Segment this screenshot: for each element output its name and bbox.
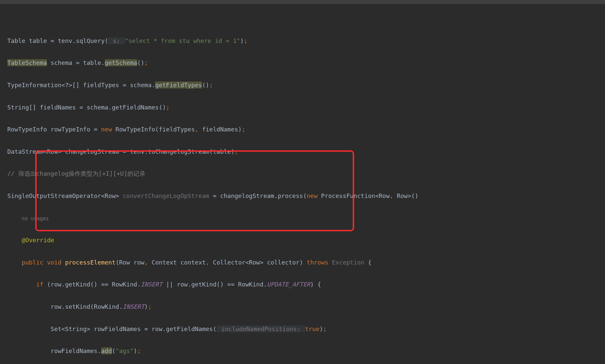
code-line: RowTypeInfo rowTypeInfo = new RowTypeInf… — [7, 124, 605, 135]
code-line: no usages — [7, 213, 605, 224]
code-line: @Override — [7, 235, 605, 246]
inlay-hint: s: — [108, 37, 124, 44]
code-editor[interactable]: Table table = tenv.sqlQuery( s: "select … — [0, 0, 605, 364]
code-line: DataStream<Row> changelogStream = tenv.t… — [7, 146, 605, 157]
code-line: TableSchema schema = table.getSchema(); — [7, 57, 605, 68]
code-line — [7, 13, 605, 24]
code-line: public void processElement(Row row, Cont… — [7, 257, 605, 268]
code-line: SingleOutputStreamOperator<Row> convertC… — [7, 190, 605, 201]
code-line: // 筛选出changelog操作类型为[+I][+U]的记录 — [7, 168, 605, 179]
code-line: String[] fieldNames = schema.getFieldNam… — [7, 102, 605, 113]
code-line: row.setKind(RowKind.INSERT); — [7, 301, 605, 312]
code-line: Set<String> rowFieldNames = row.getField… — [7, 323, 605, 334]
code-line: Table table = tenv.sqlQuery( s: "select … — [7, 35, 605, 46]
inlay-hint: includeNamedPositions: — [217, 325, 305, 332]
code-line: TypeInformation<?>[] fieldTypes = schema… — [7, 80, 605, 91]
inlay-no-usages: no usages — [22, 216, 49, 222]
code-line: rowFieldNames.add("ags"); — [7, 345, 605, 356]
code-line: if (row.getKind() == RowKind.INSERT || r… — [7, 279, 605, 290]
